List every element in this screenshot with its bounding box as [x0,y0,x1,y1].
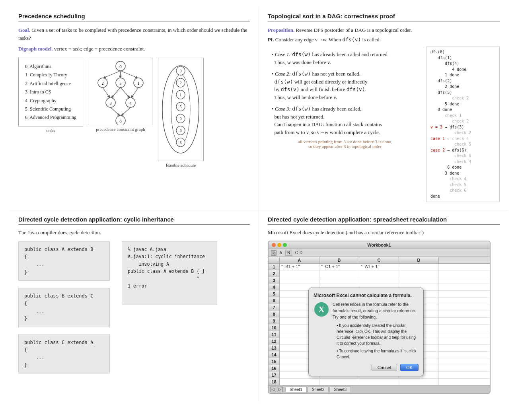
cell-d3[interactable] [399,277,439,284]
excel-tab-sheet2[interactable]: Sheet2 [308,387,329,392]
top-text: • Case 1: dfs(w) has already been called… [268,47,422,202]
dialog-cancel-button[interactable]: Cancel [372,364,397,371]
cell-b2[interactable] [319,270,359,277]
svg-text:5: 5 [119,81,122,86]
task-item-5: 5. Scientific Computing [25,105,76,113]
row-num-13: 13 [269,345,280,351]
tasks-label: tasks [46,128,55,133]
cell-ref: A [278,251,284,255]
code-block-c: public class C extends A { ... } [18,334,110,374]
traffic-light-yellow[interactable] [277,243,281,247]
task-item-2: 2. Artificial Intelligence [25,80,76,88]
excel-row-2: 2 [269,270,490,277]
panel-title-precedence: Precedence scheduling [18,13,250,21]
dialog-bullet-1: • If you accidentally created the circul… [337,323,419,346]
goal-text: Given a set of tasks to be completed wit… [18,27,247,41]
cell-b1[interactable]: "=C1 + 1" [319,264,359,270]
col-header-a[interactable]: A [280,257,319,263]
svg-text:2: 2 [101,81,104,86]
compiler-output: % javac A.java A.java:1: cyclic inherita… [122,241,217,305]
col-header-b[interactable]: B [319,257,359,263]
dialog-bullet-2: • To continue leaving the formula as it … [337,348,419,360]
col-headers-spacer: C [295,251,298,255]
svg-text:5: 5 [179,105,181,109]
svg-line-18 [111,88,121,98]
spreadsheet-intro: Microsoft Excel does cycle detection (an… [268,229,500,236]
cell-a1[interactable]: "=B1 + 1" [280,264,319,270]
cell-d18[interactable] [399,379,439,385]
task-list-col: 0. Algorithms 1. Complexity Theory 2. Ar… [18,58,83,133]
excel-tab-sheet3[interactable]: Sheet3 [329,387,351,392]
row-num-3: 3 [269,277,280,284]
row-num-11: 11 [269,331,280,338]
svg-line-21 [111,107,120,116]
pf-section: Pf. Consider any edge v→w. When dfs(v) i… [268,36,500,44]
excel-tab-sheet1[interactable]: Sheet1 [285,387,307,392]
cell-a3[interactable] [280,277,319,284]
cell-c1[interactable]: "=A1 + 1" [359,264,399,270]
formula-bar[interactable]: B [285,250,292,256]
row-num-16: 16 [269,365,280,371]
excel-titlebar: Workbook1 [269,241,490,249]
prop-label: Proposition. [268,27,294,33]
code-block-a: public class A extends B { ... } [18,241,110,281]
precedence-graph-col: 0 2 5 1 3 4 6 [89,58,152,132]
panel-title-topological: Topological sort in a DAG: correctness p… [268,13,500,21]
svg-text:4: 4 [129,101,132,105]
workbook-title: Workbook1 [367,243,391,247]
panel-precedence: Precedence scheduling Goal. Given a set … [10,7,259,210]
cell-c18[interactable] [359,379,399,385]
svg-line-17 [103,88,110,98]
cell-a2[interactable] [280,270,319,277]
digraph-label: Digraph model. [18,46,53,52]
task-graph-area: 0. Algorithms 1. Complexity Theory 2. Ar… [18,58,250,167]
cell-d2[interactable] [399,270,439,277]
task-list-box: 0. Algorithms 1. Complexity Theory 2. Ar… [18,58,83,126]
traffic-light-green[interactable] [283,243,287,247]
cell-b18[interactable] [319,379,359,385]
col-header-d[interactable]: D [399,257,439,263]
panel-cyclic: Directed cycle detection application: cy… [10,210,259,402]
excel-row-1: 1 "=B1 + 1" "=C1 + 1" "=A1 + 1" [269,264,490,270]
row-num-9: 9 [269,318,280,324]
excel-row-3: 3 [269,277,490,284]
cell-c2[interactable] [359,270,399,277]
excel-container: Workbook1 ◁ A B C D A B C D 1 [268,241,491,394]
panel-title-spreadsheet: Directed cycle detection application: sp… [268,216,500,225]
digraph-section: Digraph model. vertex = task; edge = pre… [18,46,250,52]
svg-line-20 [131,88,138,98]
pf-text: Consider any edge v→w. When dfs(v) is ca… [275,37,381,43]
case1-bullet: • Case 1: dfs(w) has already been called… [272,51,422,66]
prop-text: Reverse DFS postorder of a DAG is a topo… [294,27,412,33]
svg-line-19 [121,88,130,98]
tab-nav-right[interactable]: ▷ [277,387,283,392]
precedence-graph-box: 0 2 5 1 3 4 6 [89,58,152,125]
cell-d1[interactable] [399,264,439,270]
row-num-12: 12 [269,338,280,344]
panel-topological: Topological sort in a DAG: correctness p… [259,7,508,210]
cell-a18[interactable] [280,379,319,385]
goal-label: Goal. [18,27,30,33]
goal-section: Goal. Given a set of tasks to be complet… [18,26,250,42]
svg-text:6: 6 [119,119,122,123]
cell-b3[interactable] [319,277,359,284]
traffic-light-red[interactable] [272,243,276,247]
svg-text:6: 6 [179,128,181,133]
col-header-c[interactable]: C [359,257,399,263]
svg-text:0: 0 [179,69,181,73]
svg-text:3: 3 [109,101,112,105]
svg-line-16 [121,71,138,78]
cell-c3[interactable] [359,277,399,284]
precedence-label: precedence constraint graph [96,127,145,132]
tab-nav-left[interactable]: ◁ [270,387,276,392]
panel-spreadsheet: Directed cycle detection application: sp… [259,210,508,402]
svg-text:X: X [318,304,325,314]
excel-sheet-tabs: ◁ ▷ Sheet1 Sheet2 Sheet3 [269,385,490,393]
excel-col-headers: A B C D [269,257,490,264]
dialog-body: X Cell references in the formula refer t… [314,301,419,360]
dialog-ok-button[interactable]: OK [400,364,419,371]
svg-text:1: 1 [137,81,140,86]
nav-btn-left[interactable]: ◁ [271,250,277,256]
row-num-10: 10 [269,325,280,331]
cycle-left-area: public class A extends B { ... } public … [18,241,250,377]
